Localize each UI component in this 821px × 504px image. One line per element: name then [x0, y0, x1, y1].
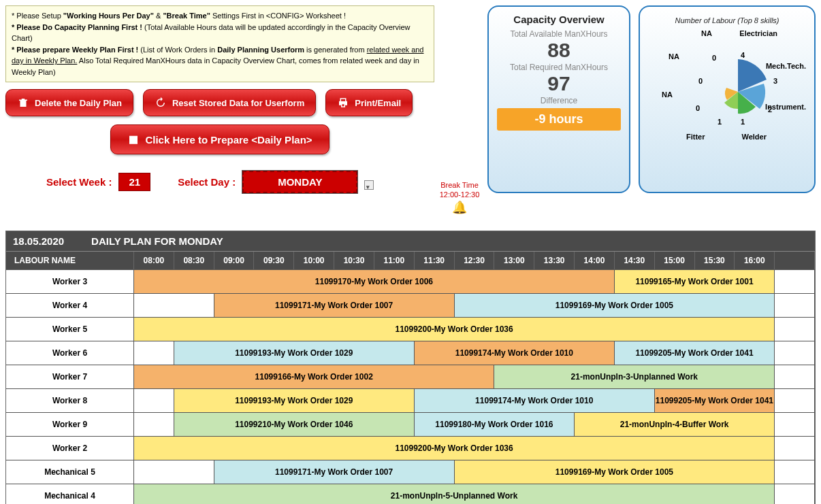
- empty-slot: [134, 294, 214, 317]
- worker-name: Mechanical 5: [6, 460, 134, 484]
- plan-row: Worker 511099200-My Work Order 1036: [6, 317, 815, 341]
- setup-info-box: * Please Setup "Working Hours Per Day" &…: [5, 5, 434, 82]
- work-order-bar[interactable]: 21-monUnpln-3-Unplanned Work: [494, 365, 775, 388]
- worker-name: Worker 3: [6, 270, 134, 293]
- plan-row: Worker 311099170-My Work Order 100611099…: [6, 269, 815, 293]
- plan-row: Worker 711099166-My Work Order 100221-mo…: [6, 365, 815, 388]
- prepare-daily-plan-button[interactable]: Click Here to Prepare <Daily Plan>: [110, 124, 329, 154]
- plan-title: DAILY PLAN FOR MONDAY: [91, 235, 223, 247]
- work-order-bar[interactable]: 11099174-My Work Order 1010: [415, 341, 615, 365]
- work-order-bar[interactable]: 21-monUnpln-4-Buffer Work: [575, 413, 775, 436]
- work-order-bar[interactable]: 11099171-My Work Order 1007: [214, 294, 455, 317]
- worker-name: Worker 2: [6, 437, 134, 460]
- work-order-bar[interactable]: 11099205-My Work Order 1041: [615, 341, 775, 365]
- day-value[interactable]: MONDAY: [242, 171, 357, 193]
- daily-plan-grid: 18.05.2020 DAILY PLAN FOR MONDAY LABOUR …: [5, 231, 816, 504]
- bell-icon: 🔔: [436, 200, 483, 216]
- break-time-label: Break Time 12:00-12:30 🔔: [436, 180, 483, 216]
- work-order-bar[interactable]: 11099193-My Work Order 1029: [174, 389, 415, 412]
- capacity-title: Capacity Overview: [497, 14, 621, 25]
- empty-slot: [134, 341, 174, 365]
- work-order-bar[interactable]: 11099169-My Work Order 1005: [455, 294, 775, 317]
- reset-userform-button[interactable]: Reset Stored Data for Userform: [143, 89, 316, 116]
- work-order-bar[interactable]: 11099165-My Work Order 1001: [615, 270, 775, 293]
- day-dropdown-icon[interactable]: [364, 180, 374, 190]
- worker-name: Worker 7: [6, 365, 134, 388]
- available-hours: 88: [497, 39, 621, 61]
- empty-slot: [134, 460, 214, 484]
- capacity-overview-card: Capacity Overview Total Available ManXHo…: [487, 5, 630, 193]
- required-hours: 97: [497, 72, 621, 95]
- week-value[interactable]: 21: [118, 173, 150, 191]
- plan-row: Worker 911099210-My Work Order 104611099…: [6, 412, 815, 436]
- plan-row: Worker 611099193-My Work Order 102911099…: [6, 341, 815, 365]
- trash-icon: [17, 97, 29, 109]
- work-order-bar[interactable]: 11099193-My Work Order 1029: [174, 341, 415, 365]
- select-day-label: Select Day :: [178, 176, 236, 188]
- work-order-bar[interactable]: 11099171-My Work Order 1007: [214, 460, 455, 484]
- worker-name: Worker 5: [6, 318, 134, 341]
- work-order-bar[interactable]: 11099169-My Work Order 1005: [455, 460, 775, 484]
- delete-daily-plan-button[interactable]: Delete the Daily Plan: [5, 89, 133, 116]
- plan-row: Mechanical 421-monUnpln-5-Unplanned Work: [6, 484, 815, 504]
- calendar-icon: [127, 133, 140, 146]
- plan-row: Worker 211099200-My Work Order 1036: [6, 436, 815, 460]
- empty-slot: [134, 389, 174, 412]
- plan-row: Worker 411099171-My Work Order 100711099…: [6, 293, 815, 317]
- labour-skills-card: Number of Labour (Top 8 skills) NA Elect…: [639, 5, 816, 193]
- work-order-bar[interactable]: 11099200-My Work Order 1036: [134, 437, 775, 460]
- refresh-icon: [155, 97, 167, 109]
- work-order-bar[interactable]: 21-monUnpln-5-Unplanned Work: [134, 484, 775, 504]
- work-order-bar[interactable]: 11099180-My Work Order 1016: [415, 413, 575, 436]
- worker-name: Worker 6: [6, 341, 134, 365]
- plan-row: Worker 811099193-My Work Order 102911099…: [6, 388, 815, 412]
- fan-chart-icon: [704, 58, 772, 126]
- worker-name: Mechanical 4: [6, 484, 134, 504]
- worker-name: Worker 8: [6, 389, 134, 412]
- print-email-button[interactable]: Print/Email: [325, 89, 413, 116]
- plan-date: 18.05.2020: [13, 235, 64, 247]
- work-order-bar[interactable]: 11099170-My Work Order 1006: [134, 270, 615, 293]
- work-order-bar[interactable]: 11099174-My Work Order 1010: [415, 389, 655, 412]
- work-order-bar[interactable]: 11099200-My Work Order 1036: [134, 318, 775, 341]
- work-order-bar[interactable]: 11099210-My Work Order 1046: [174, 413, 415, 436]
- plan-row: Mechanical 511099171-My Work Order 10071…: [6, 460, 815, 484]
- empty-slot: [134, 413, 174, 436]
- work-order-bar[interactable]: 11099205-My Work Order 1041: [655, 389, 775, 412]
- select-week-label: Select Week :: [46, 176, 112, 188]
- work-order-bar[interactable]: 11099166-My Work Order 1002: [134, 365, 494, 388]
- difference-hours: -9 hours: [497, 108, 621, 131]
- printer-icon: [337, 97, 349, 109]
- worker-name: Worker 4: [6, 294, 134, 317]
- worker-name: Worker 9: [6, 413, 134, 436]
